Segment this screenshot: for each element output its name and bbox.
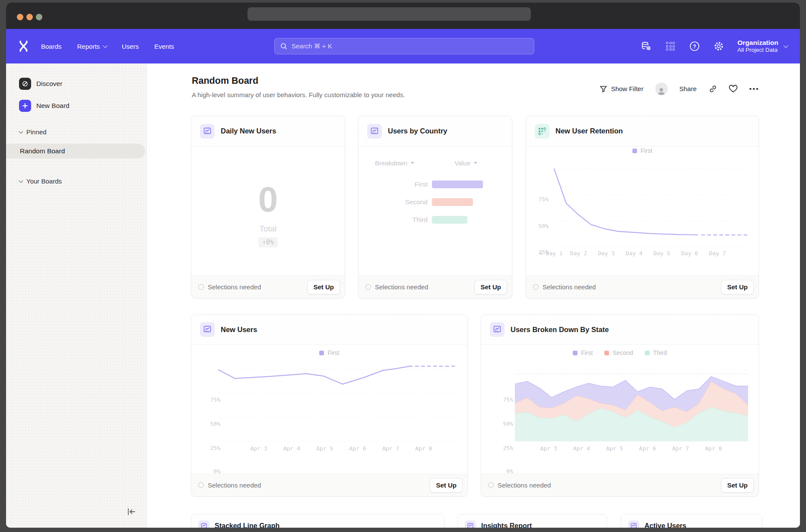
card-header: New User Retention <box>526 116 758 146</box>
card-footer: Selections needed Set Up <box>481 474 758 496</box>
board-actions: Show Filter Share <box>600 82 759 95</box>
help-icon[interactable]: ? <box>689 41 700 52</box>
x-tick: Day 7 <box>704 250 731 256</box>
sidebar-item-new-board[interactable]: New Board <box>19 100 70 112</box>
more-options-button[interactable]: ••• <box>749 85 759 92</box>
x-tick: Apr 3 <box>532 445 565 452</box>
x-axis-labels: Apr 3 Apr 4 Apr 5 Apr 6 Apr 7 Apr 8 <box>532 445 730 452</box>
board-link-label: Random Board <box>20 147 65 155</box>
legend-item: First <box>632 147 652 154</box>
minimize-window-button[interactable] <box>26 14 33 20</box>
new-users-line-chart <box>219 363 457 441</box>
zoom-window-button[interactable] <box>36 14 42 20</box>
org-project: All Project Data <box>737 47 778 54</box>
state-stacked-area-chart <box>515 363 748 441</box>
y-tick: 50% <box>539 223 549 229</box>
breakdown-dropdown[interactable]: Breakdown <box>375 159 414 167</box>
x-tick: Day 3 <box>593 250 620 256</box>
set-up-button[interactable]: Set Up <box>474 280 507 294</box>
copy-link-button[interactable] <box>708 85 717 93</box>
settings-gear-icon[interactable] <box>713 41 724 52</box>
legend-swatch <box>632 149 637 153</box>
plus-icon <box>19 100 31 112</box>
set-up-button[interactable]: Set Up <box>307 280 340 294</box>
org-switcher[interactable]: Organization All Project Data <box>737 38 787 54</box>
card-insights-report: Insights Report <box>457 514 607 528</box>
address-bar[interactable] <box>248 7 531 21</box>
legend-label: First <box>641 147 652 154</box>
apps-grid-icon[interactable] <box>665 41 676 52</box>
set-up-button[interactable]: Set Up <box>430 478 463 493</box>
traffic-lights <box>17 14 42 20</box>
legend-label: First <box>327 349 339 356</box>
mixpanel-logo-icon[interactable] <box>19 40 28 52</box>
show-filter-button[interactable]: Show Filter <box>600 85 644 93</box>
sidebar: Discover New Board Pinned Random Board <box>6 63 147 528</box>
nav-item-boards[interactable]: Boards <box>41 43 62 50</box>
legend-swatch <box>319 351 324 355</box>
legend-label: Third <box>653 349 667 356</box>
x-tick: Apr 3 <box>242 445 275 452</box>
show-filter-label: Show Filter <box>611 85 644 92</box>
page-subtitle: A high-level summary of user behaviors. … <box>192 91 405 98</box>
value-dropdown[interactable]: Value <box>454 159 477 167</box>
sidebar-section-your-boards[interactable]: Your Boards <box>19 177 62 185</box>
x-tick: Apr 6 <box>631 445 664 452</box>
card-title: Stacked Line Graph <box>215 522 279 528</box>
insights-chart-icon <box>200 124 215 139</box>
card-header: Active Users <box>621 514 762 528</box>
share-button[interactable]: Share <box>679 85 697 92</box>
y-tick: 50% <box>503 421 513 427</box>
set-up-button[interactable]: Set Up <box>721 280 754 294</box>
retention-line-chart <box>554 164 748 247</box>
status-text: Selections needed <box>375 283 428 291</box>
avatar[interactable] <box>655 82 668 95</box>
discover-compass-icon <box>19 78 31 90</box>
app-body: Discover New Board Pinned Random Board <box>6 63 800 528</box>
sidebar-section-pinned[interactable]: Pinned <box>19 128 47 136</box>
retention-grid-icon <box>535 124 549 139</box>
set-up-button[interactable]: Set Up <box>721 478 754 493</box>
card-title: Users by Country <box>388 127 447 135</box>
nav-item-reports[interactable]: Reports <box>77 43 107 50</box>
status-circle-icon <box>533 284 539 290</box>
x-tick: Apr 5 <box>598 445 631 452</box>
status-text: Selections needed <box>498 481 551 489</box>
data-management-icon[interactable] <box>641 41 652 52</box>
top-navbar: Boards Reports Users Events Search ⌘ + K <box>6 29 800 63</box>
chart-legend: First Second Third <box>481 349 758 356</box>
card-footer: Selections needed Set Up <box>191 276 345 298</box>
search-placeholder: Search ⌘ + K <box>292 42 332 50</box>
nav-menu: Boards Reports Users Events <box>41 43 174 50</box>
x-tick: Apr 5 <box>308 445 341 452</box>
favorite-button[interactable] <box>729 85 738 93</box>
x-tick: Apr 6 <box>341 445 374 452</box>
card-daily-new-users: Daily New Users 0 Total ↑0% Selections n… <box>191 116 345 298</box>
card-title: Users Broken Down By State <box>511 326 609 334</box>
chevron-down-icon <box>103 43 108 48</box>
y-tick: 75% <box>539 196 549 203</box>
sidebar-collapse-button[interactable] <box>126 507 136 516</box>
insights-chart-icon <box>628 520 639 528</box>
sidebar-item-random-board[interactable]: Random Board <box>6 144 145 158</box>
section-label: Pinned <box>26 128 47 136</box>
x-tick: Day 5 <box>648 250 676 256</box>
dropdown-label: Breakdown <box>375 159 407 167</box>
card-title: Daily New Users <box>221 127 276 135</box>
nav-item-events[interactable]: Events <box>154 43 174 50</box>
link-icon <box>708 85 717 93</box>
filter-icon <box>600 85 607 93</box>
chevron-down-icon <box>19 178 23 183</box>
legend-item: First <box>319 349 339 356</box>
chevron-down-icon <box>784 43 788 48</box>
legend-swatch <box>604 351 609 355</box>
close-window-button[interactable] <box>17 14 23 20</box>
x-tick: Day 4 <box>620 250 648 256</box>
share-label: Share <box>679 85 697 92</box>
x-axis-labels: < Day 1 Day 2 Day 3 Day 4 Day 5 Day 6 Da… <box>537 250 731 256</box>
nav-item-users[interactable]: Users <box>122 43 139 50</box>
sidebar-item-discover[interactable]: Discover <box>19 78 62 90</box>
search-input[interactable]: Search ⌘ + K <box>274 38 534 54</box>
card-stacked-line-graph: Stacked Line Graph <box>191 514 444 528</box>
legend-item: Third <box>645 349 667 356</box>
